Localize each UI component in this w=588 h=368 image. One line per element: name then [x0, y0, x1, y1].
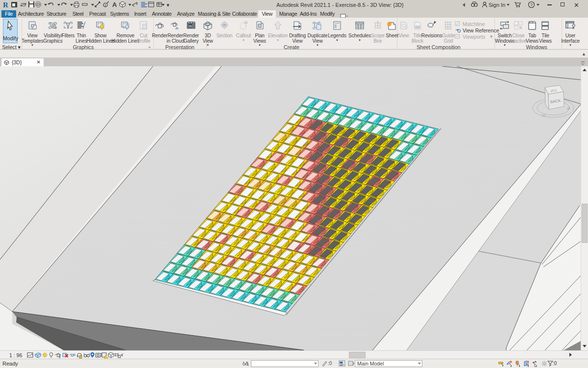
svg-text:1: 1: [104, 3, 106, 7]
svg-text:?: ?: [530, 2, 533, 7]
svg-text:A: A: [112, 1, 117, 8]
